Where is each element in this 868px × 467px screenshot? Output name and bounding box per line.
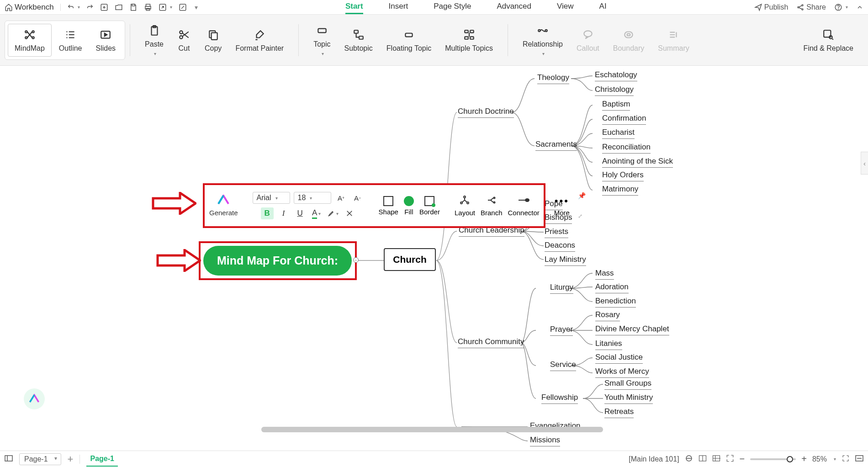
highlight-button[interactable]: ▾ xyxy=(327,207,339,219)
page-list-toggle[interactable] xyxy=(5,455,13,463)
topic-theology[interactable]: Theology xyxy=(537,73,569,84)
leaf-confirmation[interactable]: Confirmation xyxy=(602,114,646,125)
new-button[interactable] xyxy=(100,3,108,11)
collapse-handle[interactable]: − xyxy=(353,257,359,263)
relationship-button[interactable]: Relationship ▾ xyxy=(516,20,569,60)
copy-button[interactable]: Copy xyxy=(198,24,228,56)
increase-font-button[interactable]: A+ xyxy=(335,192,348,204)
leaf-benediction[interactable]: Benediction xyxy=(595,297,636,308)
add-page-button[interactable]: + xyxy=(68,453,74,465)
branch-button[interactable]: Branch xyxy=(481,195,503,217)
more-button[interactable]: •••More xyxy=(554,195,570,217)
save-button[interactable] xyxy=(129,3,138,11)
tab-insert[interactable]: Insert xyxy=(389,0,408,14)
home-button[interactable]: Workbench xyxy=(5,3,54,12)
open-button[interactable] xyxy=(115,3,123,11)
leaf-eucharist[interactable]: Eucharist xyxy=(602,128,635,139)
topic-church-community[interactable]: Church Community xyxy=(458,337,524,348)
leaf-rosary[interactable]: Rosary xyxy=(595,310,620,321)
format-painter-button[interactable]: Format Painter xyxy=(229,24,290,56)
leaf-retreats[interactable]: Retreats xyxy=(604,407,634,418)
page-tab[interactable]: Page-1 xyxy=(86,452,117,467)
mindmap-canvas[interactable]: Mind Map For Church: − Church Church Doc… xyxy=(0,68,868,451)
reading-view-button[interactable] xyxy=(699,455,707,464)
leaf-priests[interactable]: Priests xyxy=(545,227,568,238)
clear-format-button[interactable] xyxy=(343,207,356,219)
central-topic[interactable]: Mind Map For Church: xyxy=(203,246,352,276)
edit-button[interactable] xyxy=(179,3,187,11)
fit-page-button[interactable] xyxy=(726,454,734,464)
theme-button[interactable] xyxy=(685,454,693,464)
topic-button[interactable]: Topic ▾ xyxy=(307,20,337,60)
font-family-select[interactable]: Arial▾ xyxy=(253,192,290,204)
tab-view[interactable]: View xyxy=(557,0,574,14)
leaf-holy-orders[interactable]: Holy Orders xyxy=(602,170,644,181)
leaf-social-justice[interactable]: Social Justice xyxy=(595,353,643,364)
italic-button[interactable]: I xyxy=(277,207,290,219)
ai-generate-button[interactable]: Generate xyxy=(209,195,238,217)
page-select[interactable]: Page-1 xyxy=(19,453,61,465)
leaf-adoration[interactable]: Adoration xyxy=(595,282,629,293)
leaf-deacons[interactable]: Deacons xyxy=(545,241,575,252)
tab-advanced[interactable]: Advanced xyxy=(497,0,531,14)
border-button[interactable]: Border xyxy=(419,196,440,216)
leaf-mass[interactable]: Mass xyxy=(595,269,614,280)
leaf-small-groups[interactable]: Small Groups xyxy=(604,379,651,390)
topic-sacraments[interactable]: Sacraments xyxy=(535,140,577,151)
find-replace-button[interactable]: Find & Replace xyxy=(797,24,860,56)
ai-assistant-bubble[interactable] xyxy=(24,388,45,409)
tab-ai[interactable]: AI xyxy=(599,0,607,14)
minimize-panel-button[interactable] xyxy=(855,455,863,463)
undo-button[interactable]: ▾ xyxy=(67,4,80,11)
share-button[interactable]: Share xyxy=(796,3,826,11)
view-outline-button[interactable]: Outline xyxy=(53,24,89,56)
right-panel-toggle[interactable]: ‹ xyxy=(861,152,868,175)
topic-church-doctrine[interactable]: Church Doctrine xyxy=(458,107,514,118)
zoom-out-button[interactable]: − xyxy=(740,454,745,464)
font-color-button[interactable]: A▾ xyxy=(310,207,323,219)
topic-missions[interactable]: Missions xyxy=(530,435,560,446)
topic-prayer[interactable]: Prayer xyxy=(550,325,573,336)
leaf-litanies[interactable]: Litanies xyxy=(595,339,622,350)
horizontal-scrollbar[interactable] xyxy=(261,427,603,432)
fill-button[interactable]: Fill xyxy=(404,196,414,216)
topic-fellowship[interactable]: Fellowship xyxy=(541,393,578,404)
presentation-button[interactable] xyxy=(712,455,720,464)
bold-button[interactable]: B xyxy=(261,207,274,219)
topic-church[interactable]: Church xyxy=(384,248,436,271)
subtopic-button[interactable]: Subtopic xyxy=(338,24,379,56)
leaf-eschatology[interactable]: Eschatology xyxy=(595,70,637,81)
fullscreen-button[interactable] xyxy=(842,454,850,464)
leaf-christology[interactable]: Christology xyxy=(595,85,634,96)
view-mindmap-button[interactable]: MindMap xyxy=(8,24,52,57)
multiple-topics-button[interactable]: Multiple Topics xyxy=(439,24,499,56)
print-button[interactable] xyxy=(144,3,152,11)
tab-start[interactable]: Start xyxy=(345,0,363,14)
leaf-lay-ministry[interactable]: Lay Ministry xyxy=(545,255,586,266)
topic-service[interactable]: Service xyxy=(550,360,576,371)
leaf-anointing[interactable]: Anointing of the Sick xyxy=(602,157,673,168)
callout-button[interactable]: Callout xyxy=(570,24,606,56)
zoom-slider[interactable] xyxy=(750,458,796,460)
leaf-baptism[interactable]: Baptism xyxy=(602,100,630,111)
leaf-divine-mercy[interactable]: Divine Mercy Chaplet xyxy=(595,324,669,335)
shape-button[interactable]: Shape xyxy=(379,196,398,216)
cut-button[interactable]: Cut xyxy=(171,24,197,56)
collapse-ribbon-button[interactable] xyxy=(856,4,863,11)
underline-button[interactable]: U xyxy=(294,207,307,219)
more-qa-button[interactable]: ▾ xyxy=(193,4,198,11)
publish-button[interactable]: Publish xyxy=(754,3,788,11)
export-button[interactable]: ▾ xyxy=(159,3,172,11)
leaf-youth-ministry[interactable]: Youth Ministry xyxy=(604,393,653,404)
connector-button[interactable]: Connector xyxy=(508,195,540,217)
leaf-matrimony[interactable]: Matrimony xyxy=(602,185,638,196)
expand-toolbar-button[interactable]: ⤢ xyxy=(578,213,586,219)
zoom-value[interactable]: 85% xyxy=(812,455,827,463)
view-slides-button[interactable]: Slides xyxy=(90,24,122,56)
tab-page-style[interactable]: Page Style xyxy=(434,0,471,14)
redo-button[interactable] xyxy=(86,4,94,11)
summary-button[interactable]: Summary xyxy=(651,24,695,56)
help-button[interactable]: ▾ xyxy=(834,3,848,11)
topic-liturgy[interactable]: Liturgy xyxy=(550,283,573,294)
leaf-reconciliation[interactable]: Reconciliation xyxy=(602,143,651,154)
